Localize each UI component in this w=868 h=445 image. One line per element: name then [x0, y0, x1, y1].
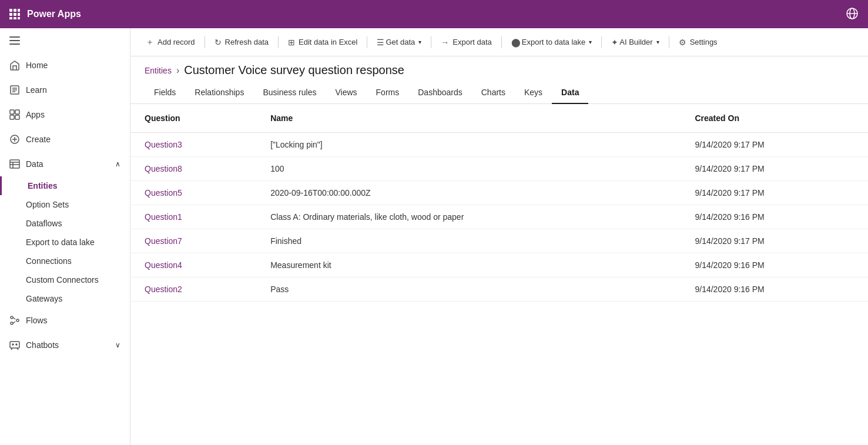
sidebar-subitem-option-sets[interactable]: Option Sets: [0, 195, 130, 214]
tab-business-rules[interactable]: Business rules: [253, 82, 326, 104]
created-on-cell: 9/14/2020 9:17 PM: [681, 181, 868, 205]
col-created-on[interactable]: Created On: [681, 104, 868, 133]
breadcrumb-parent[interactable]: Entities: [145, 66, 172, 75]
tab-data[interactable]: Data: [552, 82, 588, 104]
col-name[interactable]: Name: [256, 104, 681, 133]
refresh-data-button[interactable]: ↻ Refresh data: [209, 34, 274, 51]
sidebar-hamburger[interactable]: [0, 28, 130, 53]
created-on-cell: 9/14/2020 9:17 PM: [681, 133, 868, 157]
export-lake-button[interactable]: ⬤ Export to data lake ▾: [505, 34, 598, 51]
lake-icon: ⬤: [511, 38, 521, 47]
sidebar-subitem-custom-connectors[interactable]: Custom Connectors: [0, 270, 130, 289]
tab-keys[interactable]: Keys: [515, 82, 552, 104]
question-cell[interactable]: Question8: [130, 157, 256, 181]
chatbots-icon: [9, 340, 20, 350]
export-icon: →: [441, 38, 449, 47]
question-cell[interactable]: Question2: [130, 277, 256, 302]
sidebar-subitem-connections[interactable]: Connections: [0, 252, 130, 270]
sidebar-item-chatbots[interactable]: Chatbots ∨: [0, 333, 130, 357]
svg-rect-26: [10, 160, 19, 168]
sidebar-item-home[interactable]: Home: [0, 53, 130, 78]
name-cell: ["Locking pin"]: [256, 133, 681, 157]
export-lake-label: Export to data lake: [26, 237, 95, 247]
tab-dashboards[interactable]: Dashboards: [408, 82, 472, 104]
sidebar-item-create[interactable]: Create: [0, 127, 130, 152]
ai-builder-button[interactable]: ✦ AI Builder ▾: [605, 34, 665, 51]
get-data-button[interactable]: ☰ Get data ▾: [371, 34, 427, 51]
created-on-cell: 9/14/2020 9:16 PM: [681, 253, 868, 277]
svg-rect-0: [9, 9, 12, 12]
svg-point-37: [16, 344, 17, 345]
toolbar-divider-2: [278, 36, 279, 48]
flows-icon: [9, 315, 20, 326]
sidebar-subitem-export-lake[interactable]: Export to data lake: [0, 233, 130, 252]
breadcrumb: Entities › Customer Voice survey questio…: [130, 56, 868, 77]
tab-fields[interactable]: Fields: [145, 82, 185, 104]
sidebar-subitem-gateways[interactable]: Gateways: [0, 289, 130, 308]
name-cell: 100: [256, 157, 681, 181]
svg-line-33: [13, 317, 15, 319]
topbar: Power Apps: [0, 0, 868, 28]
svg-rect-22: [15, 115, 19, 119]
tab-forms[interactable]: Forms: [367, 82, 409, 104]
sidebar-subitem-entities[interactable]: Entities: [0, 176, 130, 195]
chatbots-label: Chatbots: [26, 340, 59, 350]
svg-point-36: [12, 344, 14, 345]
created-on-cell: 9/14/2020 9:16 PM: [681, 277, 868, 302]
option-sets-label: Option Sets: [26, 200, 69, 209]
table-row: Question7Finished9/14/2020 9:17 PM: [130, 229, 868, 253]
toolbar: ＋ Add record ↻ Refresh data ⊞ Edit data …: [130, 28, 868, 56]
col-question[interactable]: Question: [130, 104, 256, 133]
sidebar-item-learn[interactable]: Learn: [0, 78, 130, 102]
svg-rect-13: [9, 40, 20, 41]
table-row: Question52020-09-16T00:00:00.000Z9/14/20…: [130, 181, 868, 205]
svg-rect-6: [9, 17, 12, 19]
get-data-dropdown-icon: ▾: [418, 39, 421, 45]
svg-rect-7: [14, 17, 16, 19]
table-row: Question1Class A: Ordinary materials, li…: [130, 205, 868, 229]
tab-views[interactable]: Views: [326, 82, 366, 104]
name-cell: Finished: [256, 229, 681, 253]
topbar-right-icons: [846, 7, 859, 22]
sidebar-item-flows[interactable]: Flows: [0, 308, 130, 333]
toolbar-divider-3: [367, 36, 367, 48]
breadcrumb-current: Customer Voice survey question response: [184, 63, 404, 77]
sidebar-item-data[interactable]: Data ∧: [0, 152, 130, 176]
main-content: ＋ Add record ↻ Refresh data ⊞ Edit data …: [130, 28, 868, 445]
svg-point-32: [11, 322, 13, 324]
settings-label: Settings: [690, 38, 718, 46]
svg-rect-20: [15, 110, 19, 114]
export-lake-dropdown-icon: ▾: [589, 39, 592, 45]
refresh-icon: ↻: [215, 38, 222, 47]
learn-icon: [9, 85, 20, 95]
svg-rect-35: [10, 342, 19, 348]
question-cell[interactable]: Question7: [130, 229, 256, 253]
export-lake-label: Export to data lake: [522, 38, 585, 46]
edit-excel-button[interactable]: ⊞ Edit data in Excel: [282, 34, 363, 51]
question-cell[interactable]: Question1: [130, 205, 256, 229]
home-icon: [9, 60, 20, 71]
svg-rect-12: [9, 36, 20, 38]
name-cell: Pass: [256, 277, 681, 302]
svg-rect-2: [18, 9, 20, 12]
add-record-button[interactable]: ＋ Add record: [140, 34, 201, 51]
sidebar-item-apps[interactable]: Apps: [0, 102, 130, 127]
export-data-button[interactable]: → Export data: [435, 34, 498, 51]
created-on-cell: 9/14/2020 9:17 PM: [681, 157, 868, 181]
apps-icon: [9, 109, 20, 120]
svg-rect-8: [18, 17, 20, 19]
tab-charts[interactable]: Charts: [472, 82, 515, 104]
hamburger-icon: [9, 35, 20, 46]
question-cell[interactable]: Question4: [130, 253, 256, 277]
settings-button[interactable]: ⚙ Settings: [673, 34, 723, 51]
grid-icon[interactable]: [9, 9, 20, 19]
question-cell[interactable]: Question5: [130, 181, 256, 205]
table-row: Question4Measurement kit9/14/2020 9:16 P…: [130, 253, 868, 277]
name-cell: 2020-09-16T00:00:00.000Z: [256, 181, 681, 205]
tab-relationships[interactable]: Relationships: [185, 82, 253, 104]
question-cell[interactable]: Question3: [130, 133, 256, 157]
table-row: Question3["Locking pin"]9/14/2020 9:17 P…: [130, 133, 868, 157]
created-on-cell: 9/14/2020 9:16 PM: [681, 205, 868, 229]
sidebar-subitem-dataflows[interactable]: Dataflows: [0, 214, 130, 233]
globe-icon: [846, 7, 859, 20]
